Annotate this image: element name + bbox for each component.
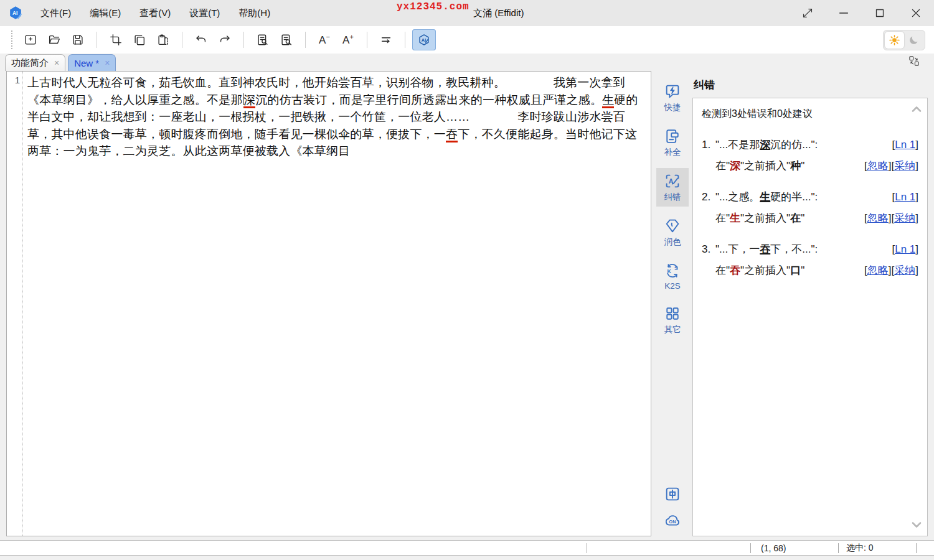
document-tab-1[interactable]: 功能简介× <box>5 54 65 71</box>
ai-assistant-button[interactable]: AI <box>412 29 436 50</box>
copy-button[interactable] <box>128 29 151 50</box>
correction-item-header: 1."...不是那深沉的仿...":[Ln 1] <box>702 136 918 153</box>
accept-link[interactable]: 采纳 <box>894 160 915 172</box>
document-tab-2[interactable]: New *× <box>68 54 116 71</box>
action-error-char: 吞 <box>730 264 740 276</box>
action-text: 在" <box>715 264 730 276</box>
sidebar-item-more-grid[interactable]: 其它 <box>656 301 689 339</box>
open-file-icon <box>47 33 61 47</box>
error-marked-text: 吞 <box>446 128 458 142</box>
correction-item-action-row: 在"生"之前插入"在"[忽略][采纳] <box>702 211 918 225</box>
sidebar-item-label: 纠错 <box>664 192 681 203</box>
scroll-down-button[interactable] <box>909 517 924 532</box>
tab-close-icon[interactable]: × <box>54 58 59 68</box>
wrap-icon <box>379 33 393 47</box>
sidebar-item-label: 润色 <box>664 236 681 248</box>
editor-text-area[interactable]: 上古时代人无粒谷可食，茹毛饮血。直到神农氏时，他开始尝百草，识别谷物，教民耕种。… <box>23 72 643 536</box>
correction-item-action-row: 在"深"之前插入"种"[忽略][采纳] <box>702 159 918 173</box>
quote-text: 下，不...": <box>770 243 818 255</box>
save-button[interactable] <box>66 29 90 50</box>
quote-text: "...下，一 <box>715 243 760 255</box>
correction-action: 在"吞"之前插入"口" <box>715 263 804 278</box>
text-segment: 沉的仿古装订，而是字里行间所透露出来的一种权威且严谨之感。 <box>255 93 602 106</box>
sidebar-item-quick[interactable]: 快捷 <box>656 78 689 117</box>
sidebar-item-k2s[interactable]: KSK2S <box>656 258 689 294</box>
action-text: 在" <box>715 160 730 172</box>
toolbar-grip[interactable] <box>11 30 12 49</box>
maximize-icon <box>873 6 887 20</box>
ignore-link[interactable]: 忽略 <box>867 264 889 276</box>
status-section-end <box>917 541 934 555</box>
svg-text:K: K <box>667 268 672 274</box>
tab-close-icon[interactable]: × <box>105 58 110 68</box>
maximize-button[interactable] <box>862 0 898 26</box>
error-marked-text: 生 <box>602 93 614 108</box>
menu-item-1[interactable]: 文件(F) <box>31 0 80 26</box>
polish-icon <box>664 217 681 235</box>
redo-button[interactable] <box>213 29 237 50</box>
light-mode-button[interactable] <box>885 32 904 49</box>
chinese-input-button[interactable] <box>664 483 681 505</box>
status-section-selection: 选中: 0 <box>839 541 916 555</box>
action-text: "之前插入" <box>740 160 790 172</box>
chevron-up-icon <box>909 102 924 117</box>
status-section-cursor: (1, 68) <box>751 541 838 555</box>
crop-button[interactable] <box>104 29 128 50</box>
wrap-button[interactable] <box>374 29 398 50</box>
accept-link[interactable]: 采纳 <box>894 264 915 276</box>
new-file-button[interactable] <box>19 29 42 50</box>
font-decrease-button[interactable]: A− <box>313 29 336 50</box>
goto-line-link[interactable]: Ln 1 <box>895 139 915 151</box>
scroll-up-button[interactable] <box>909 102 924 117</box>
expand-button[interactable] <box>790 0 826 26</box>
quoted-error-char: 生 <box>760 191 770 203</box>
minimize-button[interactable] <box>826 0 862 26</box>
chinese-input-icon <box>664 485 681 503</box>
menu-item-3[interactable]: 查看(V) <box>130 0 180 26</box>
quote-text: "...不是那 <box>715 139 760 151</box>
sidebar-item-proofread[interactable]: A纠错 <box>656 168 689 207</box>
quote-text: 硬的半...": <box>770 191 818 203</box>
sidebar-item-label: K2S <box>664 281 681 291</box>
find-replace-button[interactable] <box>275 29 298 50</box>
find-replace-icon <box>280 33 293 47</box>
panel-box: 检测到3处错误和0处建议 1."...不是那深沉的仿...":[Ln 1]在"深… <box>692 98 928 536</box>
paste-button[interactable] <box>151 29 175 50</box>
cloud-on-icon: ON <box>664 511 681 529</box>
goto-line-link[interactable]: Ln 1 <box>895 191 915 203</box>
feature-rail-wrap: 快捷补全A纠错润色KSK2S其它 ON <box>656 71 689 536</box>
svg-text:S: S <box>674 265 678 271</box>
svg-text:AI: AI <box>422 37 426 43</box>
accept-link[interactable]: 采纳 <box>894 212 915 224</box>
action-error-char: 深 <box>730 160 740 172</box>
correction-buttons: [忽略][采纳] <box>864 211 918 225</box>
undo-button[interactable] <box>189 29 213 50</box>
action-text: " <box>801 212 804 224</box>
menu-item-2[interactable]: 编辑(E) <box>80 0 130 26</box>
open-file-button[interactable] <box>42 29 66 50</box>
ignore-link[interactable]: 忽略 <box>867 160 889 172</box>
close-button[interactable] <box>898 0 934 26</box>
completion-icon <box>664 128 681 145</box>
font-increase-button[interactable]: A+ <box>336 29 360 50</box>
crop-icon <box>109 33 123 47</box>
ignore-link[interactable]: 忽略 <box>867 212 889 224</box>
sidebar-item-polish[interactable]: 润色 <box>656 213 689 251</box>
correction-quote: "...之感。生硬的半...": <box>715 189 839 205</box>
toolbar-separator <box>367 32 367 48</box>
goto-line-link[interactable]: Ln 1 <box>895 243 915 255</box>
find-button[interactable] <box>251 29 275 50</box>
toolbar-separator <box>243 32 244 48</box>
swap-layout-button[interactable] <box>908 55 920 67</box>
svg-text:AI: AI <box>12 10 17 16</box>
sidebar-item-completion[interactable]: 补全 <box>656 123 689 162</box>
dark-mode-button[interactable] <box>904 32 923 49</box>
line-ref: [Ln 1] <box>892 191 918 203</box>
menu-item-5[interactable]: 帮助(H) <box>229 0 280 26</box>
toolbar: A−A+AI <box>0 26 934 54</box>
correction-action: 在"生"之前插入"在" <box>715 211 804 225</box>
cloud-on-button[interactable]: ON <box>664 509 681 531</box>
editor: 1 上古时代人无粒谷可食，茹毛饮血。直到神农氏时，他开始尝百草，识别谷物，教民耕… <box>6 71 651 536</box>
find-icon <box>256 33 270 47</box>
menu-item-4[interactable]: 设置(T) <box>180 0 229 26</box>
